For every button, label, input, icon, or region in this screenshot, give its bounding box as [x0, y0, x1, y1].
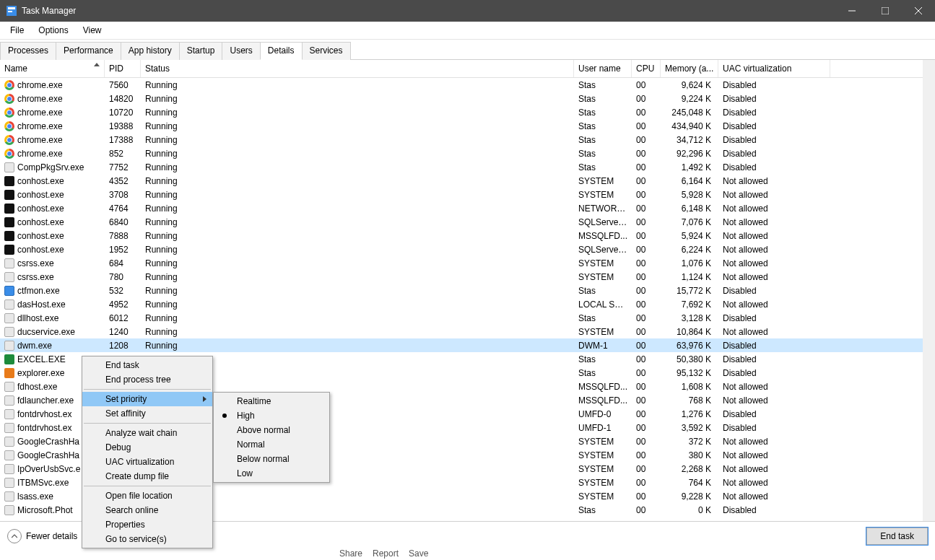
- table-row[interactable]: chrome.exe17388RunningStas0034,712 KDisa…: [0, 133, 935, 146]
- process-uac: Not allowed: [718, 450, 830, 460]
- fewer-details-button[interactable]: Fewer details: [7, 529, 77, 543]
- process-cpu: 00: [632, 176, 661, 186]
- col-memory[interactable]: Memory (a...: [661, 60, 718, 77]
- table-row[interactable]: conhost.exe4764RunningNETWORK...006,148 …: [0, 201, 935, 215]
- col-cpu[interactable]: CPU: [632, 60, 661, 77]
- process-cpu: 00: [632, 464, 661, 474]
- menu-item-end-task[interactable]: End task: [82, 358, 212, 372]
- menu-item-open-file-location[interactable]: Open file location: [82, 489, 212, 503]
- table-row[interactable]: chrome.exe10720RunningStas00245,048 KDis…: [0, 105, 935, 119]
- process-memory: 9,224 K: [661, 94, 718, 104]
- process-status: Running: [141, 286, 574, 296]
- menu-item-debug[interactable]: Debug: [82, 440, 212, 455]
- process-memory: 9,228 K: [661, 491, 718, 502]
- table-row[interactable]: dwm.exe1208RunningDWM-10063,976 KDisable…: [0, 338, 935, 352]
- process-name: conhost.exe: [17, 190, 64, 200]
- process-icon: [4, 395, 14, 406]
- minimize-button[interactable]: [835, 0, 869, 22]
- process-memory: 6,224 K: [661, 245, 718, 255]
- process-uac: Not allowed: [718, 204, 830, 214]
- table-row[interactable]: chrome.exe7560RunningStas009,624 KDisabl…: [0, 78, 935, 92]
- table-row[interactable]: conhost.exe1952RunningSQLServer...006,22…: [0, 242, 935, 256]
- table-row[interactable]: conhost.exe4352RunningSYSTEM006,164 KNot…: [0, 174, 935, 188]
- process-cpu: 00: [632, 368, 661, 378]
- tab-startup[interactable]: Startup: [179, 42, 223, 60]
- vertical-scrollbar[interactable]: [923, 60, 935, 521]
- tab-processes[interactable]: Processes: [0, 42, 56, 60]
- tab-users[interactable]: Users: [222, 42, 260, 60]
- maximize-button[interactable]: [869, 0, 902, 22]
- menu-item-end-process-tree[interactable]: End process tree: [82, 372, 212, 387]
- menu-view[interactable]: View: [76, 23, 109, 38]
- radio-checked-icon: [222, 414, 227, 418]
- process-uac: Disabled: [718, 286, 830, 296]
- col-pid[interactable]: PID: [105, 60, 141, 77]
- process-memory: 768 K: [661, 395, 718, 406]
- col-name[interactable]: Name: [0, 60, 105, 77]
- table-row[interactable]: ducservice.exe1240RunningSYSTEM0010,864 …: [0, 325, 935, 338]
- table-row[interactable]: chrome.exe852RunningStas0092,296 KDisabl…: [0, 146, 935, 160]
- process-name: chrome.exe: [17, 121, 63, 131]
- table-row[interactable]: conhost.exe6840RunningSQLServer...007,07…: [0, 215, 935, 229]
- process-icon: [4, 176, 14, 186]
- process-icon: [4, 162, 14, 172]
- table-row[interactable]: CompPkgSrv.exe7752RunningStas001,492 KDi…: [0, 160, 935, 174]
- process-status: Running: [141, 190, 574, 200]
- process-memory: 63,976 K: [661, 341, 718, 351]
- table-row[interactable]: chrome.exe19388RunningStas00434,940 KDis…: [0, 119, 935, 133]
- tab-performance[interactable]: Performance: [56, 42, 121, 60]
- col-status[interactable]: Status: [141, 60, 574, 77]
- process-name: fontdrvhost.ex: [17, 409, 71, 419]
- process-cpu: 00: [632, 217, 661, 227]
- table-row[interactable]: csrss.exe684RunningSYSTEM001,076 KNot al…: [0, 256, 935, 270]
- table-row[interactable]: dasHost.exe4952RunningLOCAL SE...007,692…: [0, 297, 935, 311]
- table-row[interactable]: chrome.exe14820RunningStas009,224 KDisab…: [0, 92, 935, 105]
- process-memory: 7,692 K: [661, 299, 718, 310]
- process-status: Running: [141, 245, 574, 255]
- process-pid: 532: [105, 286, 141, 296]
- process-uac: Disabled: [718, 121, 830, 131]
- table-row[interactable]: conhost.exe3708RunningSYSTEM005,928 KNot…: [0, 188, 935, 201]
- process-uac: Disabled: [718, 108, 830, 118]
- process-memory: 3,592 K: [661, 423, 718, 433]
- process-cpu: 00: [632, 478, 661, 488]
- process-icon: [4, 286, 14, 296]
- process-name: conhost.exe: [17, 176, 64, 186]
- priority-below-normal[interactable]: Below normal: [214, 452, 329, 466]
- priority-realtime[interactable]: Realtime: [214, 394, 329, 408]
- tab-details[interactable]: Details: [260, 42, 303, 60]
- process-user: SYSTEM: [574, 327, 632, 337]
- menu-options[interactable]: Options: [31, 23, 75, 38]
- process-name: CompPkgSrv.exe: [17, 162, 84, 172]
- close-button[interactable]: [902, 0, 935, 22]
- menu-item-set-priority[interactable]: Set priority: [82, 392, 212, 406]
- tab-app-history[interactable]: App history: [121, 42, 180, 60]
- process-uac: Disabled: [718, 505, 830, 515]
- menu-item-analyze-wait-chain[interactable]: Analyze wait chain: [82, 426, 212, 440]
- priority-above-normal[interactable]: Above normal: [214, 423, 329, 437]
- menu-item-go-to-service-s-[interactable]: Go to service(s): [82, 532, 212, 546]
- col-user[interactable]: User name: [574, 60, 632, 77]
- menu-item-create-dump-file[interactable]: Create dump file: [82, 469, 212, 484]
- table-row[interactable]: csrss.exe780RunningSYSTEM001,124 KNot al…: [0, 270, 935, 284]
- priority-high[interactable]: High: [214, 408, 329, 423]
- menu-file[interactable]: File: [3, 23, 31, 38]
- menu-item-uac-virtualization[interactable]: UAC virtualization: [82, 455, 212, 469]
- process-uac: Not allowed: [718, 464, 830, 474]
- tab-services[interactable]: Services: [302, 42, 351, 60]
- menu-item-set-affinity[interactable]: Set affinity: [82, 406, 212, 421]
- table-row[interactable]: conhost.exe7888RunningMSSQLFD...005,924 …: [0, 229, 935, 242]
- priority-normal[interactable]: Normal: [214, 437, 329, 452]
- end-task-button[interactable]: End task: [866, 528, 928, 545]
- process-memory: 5,928 K: [661, 190, 718, 200]
- table-row[interactable]: ctfmon.exe532RunningStas0015,772 KDisabl…: [0, 284, 935, 297]
- table-row[interactable]: dllhost.exe6012RunningStas003,128 KDisab…: [0, 311, 935, 325]
- priority-low[interactable]: Low: [214, 466, 329, 481]
- col-uac[interactable]: UAC virtualization: [718, 60, 830, 77]
- process-name: dllhost.exe: [17, 313, 58, 323]
- process-name: GoogleCrashHa: [17, 450, 79, 460]
- menu-item-search-online[interactable]: Search online: [82, 503, 212, 517]
- process-pid: 7888: [105, 231, 141, 241]
- process-pid: 3708: [105, 190, 141, 200]
- menu-item-properties[interactable]: Properties: [82, 517, 212, 532]
